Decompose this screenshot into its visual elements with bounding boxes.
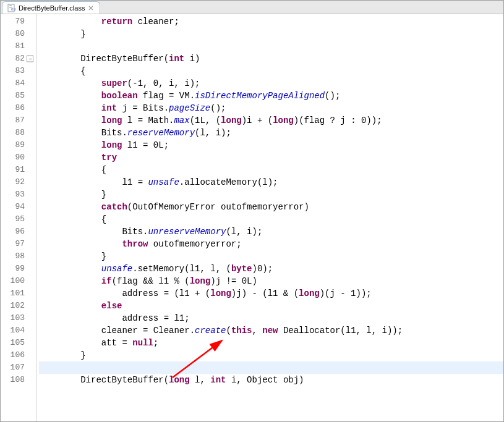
line-number: 98 xyxy=(1,250,36,263)
line-number-gutter: 7980818283848586878889909192939495969798… xyxy=(1,14,36,421)
code-line[interactable]: address = l1; xyxy=(39,312,503,324)
line-number: 80 xyxy=(1,28,36,40)
code-line[interactable] xyxy=(39,40,503,53)
code-line[interactable] xyxy=(39,361,503,374)
line-number: 84 xyxy=(1,77,36,90)
line-number: 90 xyxy=(1,151,36,164)
code-line[interactable]: boolean flag = VM.isDirectMemoryPageAlig… xyxy=(39,90,503,102)
code-line[interactable]: if(flag && l1 % (long)j != 0L) xyxy=(39,275,503,287)
code-line[interactable]: Bits.unreserveMemory(l, i); xyxy=(39,226,503,238)
code-line[interactable]: } xyxy=(39,349,503,361)
line-number: 79 xyxy=(1,15,36,28)
line-number: 96 xyxy=(1,226,36,238)
line-number: 85 xyxy=(1,90,36,102)
code-line[interactable]: try xyxy=(39,151,503,164)
line-number: 83 xyxy=(1,65,36,77)
code-line[interactable]: catch(OutOfMemoryError outofmemoryerror) xyxy=(39,201,503,213)
line-number: 89 xyxy=(1,139,36,151)
svg-rect-1 xyxy=(9,6,12,6)
code-line[interactable]: { xyxy=(39,213,503,226)
line-number: 82 xyxy=(1,53,36,65)
line-number: 91 xyxy=(1,164,36,176)
line-number: 88 xyxy=(1,127,36,139)
code-line[interactable]: Bits.reserveMemory(l, i); xyxy=(39,127,503,139)
line-number: 92 xyxy=(1,176,36,188)
line-number: 99 xyxy=(1,263,36,275)
code-line[interactable]: { xyxy=(39,65,503,77)
code-line[interactable]: l1 = unsafe.allocateMemory(l); xyxy=(39,176,503,188)
line-number: 102 xyxy=(1,300,36,312)
tab-bar: 010 DirectByteBuffer.class xyxy=(1,1,503,14)
code-line[interactable]: att = null; xyxy=(39,337,503,349)
code-line[interactable]: cleaner = Cleaner.create(this, new Deall… xyxy=(39,324,503,337)
code-line[interactable]: throw outofmemoryerror; xyxy=(39,238,503,250)
line-number: 93 xyxy=(1,188,36,201)
line-number: 105 xyxy=(1,337,36,349)
code-line[interactable]: long l1 = 0L; xyxy=(39,139,503,151)
code-line[interactable]: unsafe.setMemory(l1, l, (byte)0); xyxy=(39,263,503,275)
code-line[interactable]: } xyxy=(39,28,503,40)
line-number: 108 xyxy=(1,374,36,386)
code-line[interactable]: DirectByteBuffer(int i) xyxy=(39,53,503,65)
line-number: 106 xyxy=(1,349,36,361)
line-number: 103 xyxy=(1,312,36,324)
line-number: 104 xyxy=(1,324,36,337)
line-number: 100 xyxy=(1,275,36,287)
code-line[interactable]: DirectByteBuffer(long l, int i, Object o… xyxy=(39,374,503,386)
code-line[interactable]: } xyxy=(39,188,503,201)
line-number: 81 xyxy=(1,40,36,53)
line-number: 101 xyxy=(1,287,36,300)
code-line[interactable]: return cleaner; xyxy=(39,15,503,28)
class-file-icon: 010 xyxy=(7,4,16,12)
code-line[interactable]: } xyxy=(39,250,503,263)
line-number: 94 xyxy=(1,201,36,213)
close-icon[interactable] xyxy=(87,4,95,12)
code-line[interactable]: { xyxy=(39,164,503,176)
code-line[interactable]: int j = Bits.pageSize(); xyxy=(39,102,503,114)
line-number: 87 xyxy=(1,114,36,127)
code-editor[interactable]: 7980818283848586878889909192939495969798… xyxy=(1,14,503,421)
code-area[interactable]: return cleaner; } DirectByteBuffer(int i… xyxy=(36,14,503,421)
line-number: 95 xyxy=(1,213,36,226)
line-number: 86 xyxy=(1,102,36,114)
code-line[interactable]: else xyxy=(39,300,503,312)
code-line[interactable]: super(-1, 0, i, i); xyxy=(39,77,503,90)
code-line[interactable]: long l = Math.max(1L, (long)i + (long)(f… xyxy=(39,114,503,127)
line-number: 97 xyxy=(1,238,36,250)
line-number: 107 xyxy=(1,361,36,374)
svg-text:010: 010 xyxy=(11,7,16,11)
editor-tab[interactable]: 010 DirectByteBuffer.class xyxy=(2,1,100,14)
code-line[interactable]: address = (l1 + (long)j) - (l1 & (long)(… xyxy=(39,287,503,300)
tab-title: DirectByteBuffer.class xyxy=(19,4,85,12)
